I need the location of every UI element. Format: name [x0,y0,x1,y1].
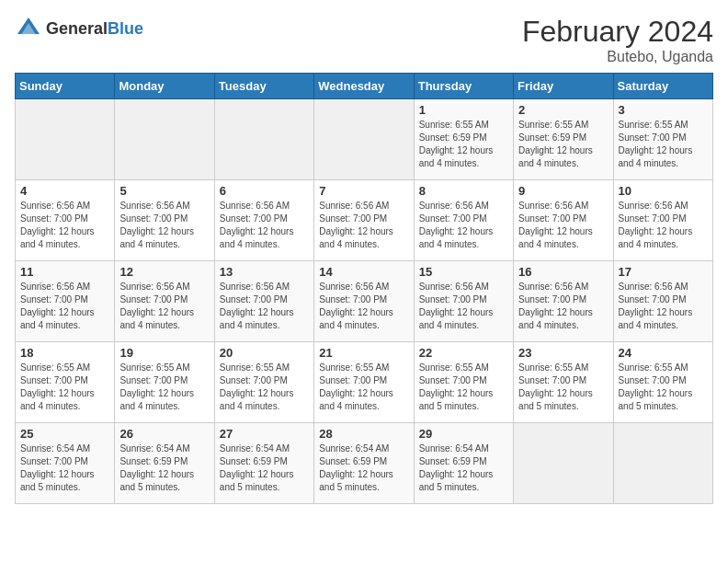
day-info: Sunrise: 6:55 AM Sunset: 7:00 PM Dayligh… [518,362,608,413]
day-number: 8 [419,184,508,198]
calendar-cell: 14Sunrise: 6:56 AM Sunset: 7:00 PM Dayli… [314,261,414,342]
day-info: Sunrise: 6:56 AM Sunset: 7:00 PM Dayligh… [220,281,309,332]
calendar-cell: 2Sunrise: 6:55 AM Sunset: 6:59 PM Daylig… [514,99,613,180]
calendar-cell: 11Sunrise: 6:56 AM Sunset: 7:00 PM Dayli… [16,261,115,342]
calendar-cell: 28Sunrise: 6:54 AM Sunset: 6:59 PM Dayli… [314,423,414,504]
day-info: Sunrise: 6:55 AM Sunset: 7:00 PM Dayligh… [220,362,309,413]
day-info: Sunrise: 6:56 AM Sunset: 7:00 PM Dayligh… [119,281,209,332]
week-row-2: 4Sunrise: 6:56 AM Sunset: 7:00 PM Daylig… [16,180,713,261]
month-title: February 2024 [522,15,713,49]
calendar-cell: 10Sunrise: 6:56 AM Sunset: 7:00 PM Dayli… [613,180,712,261]
calendar-cell: 4Sunrise: 6:56 AM Sunset: 7:00 PM Daylig… [16,180,115,261]
calendar-cell [314,99,414,180]
day-info: Sunrise: 6:56 AM Sunset: 7:00 PM Dayligh… [119,200,209,251]
day-number: 14 [319,265,408,279]
calendar-cell: 20Sunrise: 6:55 AM Sunset: 7:00 PM Dayli… [214,342,313,423]
day-info: Sunrise: 6:55 AM Sunset: 7:00 PM Dayligh… [119,362,209,413]
day-info: Sunrise: 6:55 AM Sunset: 7:00 PM Dayligh… [619,119,708,170]
day-info: Sunrise: 6:55 AM Sunset: 7:00 PM Dayligh… [319,362,408,413]
day-info: Sunrise: 6:54 AM Sunset: 6:59 PM Dayligh… [319,442,408,494]
header-tuesday: Tuesday [214,74,313,99]
location: Butebo, Uganda [522,49,713,65]
day-info: Sunrise: 6:55 AM Sunset: 7:00 PM Dayligh… [619,362,708,413]
header-friday: Friday [514,74,613,99]
day-number: 23 [518,346,608,360]
day-number: 22 [419,346,508,360]
day-number: 2 [518,103,608,117]
calendar-cell: 13Sunrise: 6:56 AM Sunset: 7:00 PM Dayli… [214,261,313,342]
calendar-cell: 17Sunrise: 6:56 AM Sunset: 7:00 PM Dayli… [613,261,712,342]
day-info: Sunrise: 6:55 AM Sunset: 6:59 PM Dayligh… [518,119,608,170]
day-info: Sunrise: 6:56 AM Sunset: 7:00 PM Dayligh… [619,200,708,251]
calendar-cell: 24Sunrise: 6:55 AM Sunset: 7:00 PM Dayli… [613,342,712,423]
header-sunday: Sunday [16,74,115,99]
day-info: Sunrise: 6:54 AM Sunset: 6:59 PM Dayligh… [220,442,309,494]
day-info: Sunrise: 6:55 AM Sunset: 7:00 PM Dayligh… [20,362,109,413]
logo-text-blue: Blue [108,19,143,38]
logo-icon [15,15,42,42]
day-number: 28 [319,427,408,441]
day-number: 1 [419,103,508,117]
day-number: 10 [619,184,708,198]
page-header: GeneralBlue February 2024 Butebo, Uganda [15,15,713,65]
day-info: Sunrise: 6:56 AM Sunset: 7:00 PM Dayligh… [319,281,408,332]
calendar-cell [214,99,313,180]
day-number: 29 [419,427,508,441]
day-info: Sunrise: 6:56 AM Sunset: 7:00 PM Dayligh… [619,281,708,332]
day-number: 26 [119,427,209,441]
day-number: 19 [119,346,209,360]
week-row-1: 1Sunrise: 6:55 AM Sunset: 6:59 PM Daylig… [16,99,713,180]
day-number: 12 [119,265,209,279]
day-number: 7 [319,184,408,198]
calendar-cell: 1Sunrise: 6:55 AM Sunset: 6:59 PM Daylig… [414,99,513,180]
day-number: 6 [220,184,309,198]
header-saturday: Saturday [613,74,712,99]
calendar-cell: 6Sunrise: 6:56 AM Sunset: 7:00 PM Daylig… [214,180,313,261]
day-number: 16 [518,265,608,279]
day-number: 27 [220,427,309,441]
title-block: February 2024 Butebo, Uganda [522,15,713,65]
day-number: 18 [20,346,109,360]
logo-text-general: General [46,19,108,38]
calendar-cell [115,99,214,180]
day-info: Sunrise: 6:54 AM Sunset: 6:59 PM Dayligh… [119,442,209,494]
day-number: 5 [119,184,209,198]
day-info: Sunrise: 6:56 AM Sunset: 7:00 PM Dayligh… [20,281,109,332]
calendar-cell: 27Sunrise: 6:54 AM Sunset: 6:59 PM Dayli… [214,423,313,504]
day-number: 21 [319,346,408,360]
calendar-cell [613,423,712,504]
day-info: Sunrise: 6:56 AM Sunset: 7:00 PM Dayligh… [319,200,408,251]
calendar-cell: 23Sunrise: 6:55 AM Sunset: 7:00 PM Dayli… [514,342,613,423]
day-number: 15 [419,265,508,279]
day-info: Sunrise: 6:54 AM Sunset: 6:59 PM Dayligh… [419,442,508,494]
calendar-cell: 3Sunrise: 6:55 AM Sunset: 7:00 PM Daylig… [613,99,712,180]
day-info: Sunrise: 6:56 AM Sunset: 7:00 PM Dayligh… [20,200,109,251]
header-monday: Monday [115,74,214,99]
day-number: 24 [619,346,708,360]
calendar-cell: 7Sunrise: 6:56 AM Sunset: 7:00 PM Daylig… [314,180,414,261]
calendar-cell: 19Sunrise: 6:55 AM Sunset: 7:00 PM Dayli… [115,342,214,423]
week-row-4: 18Sunrise: 6:55 AM Sunset: 7:00 PM Dayli… [16,342,713,423]
calendar-cell: 8Sunrise: 6:56 AM Sunset: 7:00 PM Daylig… [414,180,513,261]
day-number: 13 [220,265,309,279]
day-info: Sunrise: 6:54 AM Sunset: 7:00 PM Dayligh… [20,442,109,494]
day-number: 4 [20,184,109,198]
header-wednesday: Wednesday [314,74,414,99]
header-thursday: Thursday [414,74,513,99]
day-number: 17 [619,265,708,279]
calendar-cell: 5Sunrise: 6:56 AM Sunset: 7:00 PM Daylig… [115,180,214,261]
day-number: 20 [220,346,309,360]
day-number: 9 [518,184,608,198]
day-number: 25 [20,427,109,441]
calendar-cell [514,423,613,504]
week-row-5: 25Sunrise: 6:54 AM Sunset: 7:00 PM Dayli… [16,423,713,504]
calendar-cell: 15Sunrise: 6:56 AM Sunset: 7:00 PM Dayli… [414,261,513,342]
day-info: Sunrise: 6:56 AM Sunset: 7:00 PM Dayligh… [419,200,508,251]
day-info: Sunrise: 6:56 AM Sunset: 7:00 PM Dayligh… [518,200,608,251]
day-number: 11 [20,265,109,279]
calendar-cell: 25Sunrise: 6:54 AM Sunset: 7:00 PM Dayli… [16,423,115,504]
calendar-cell: 16Sunrise: 6:56 AM Sunset: 7:00 PM Dayli… [514,261,613,342]
logo: GeneralBlue [15,15,143,42]
calendar-cell [16,99,115,180]
day-number: 3 [619,103,708,117]
